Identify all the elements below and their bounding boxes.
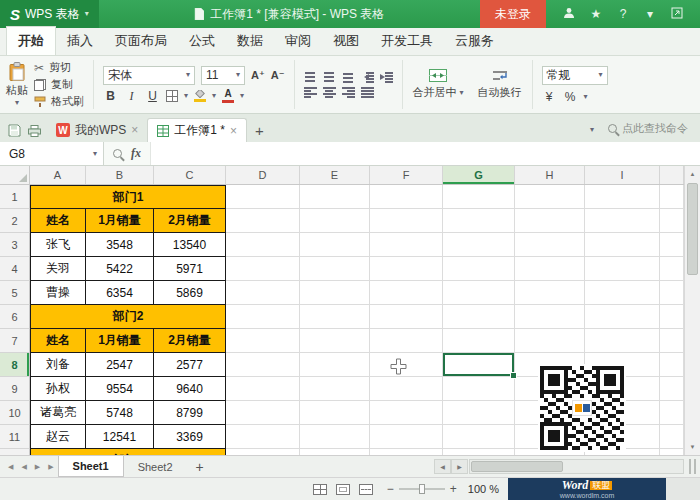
cell-G4[interactable] <box>443 257 515 281</box>
zoom-slider[interactable] <box>399 488 445 490</box>
chevron-down-icon[interactable]: ▾ <box>184 92 188 100</box>
row-header-7[interactable]: 7 <box>0 329 30 353</box>
horizontal-scroll-thumb[interactable] <box>471 461 563 472</box>
cell-E2[interactable] <box>300 209 370 233</box>
column-header-F[interactable]: F <box>370 166 443 184</box>
cell-G11[interactable] <box>443 425 515 449</box>
zoom-in-button[interactable]: + <box>445 482 462 496</box>
cell-D2[interactable] <box>226 209 300 233</box>
cell-B10[interactable]: 5748 <box>86 401 154 425</box>
cell-I2[interactable] <box>585 209 660 233</box>
menu-tab-review[interactable]: 审阅 <box>274 27 322 55</box>
cell-C5[interactable]: 5869 <box>154 281 226 305</box>
zoom-out-button[interactable]: − <box>382 482 399 496</box>
cell-C8[interactable]: 2577 <box>154 353 226 377</box>
cell-C4[interactable]: 5971 <box>154 257 226 281</box>
login-button[interactable]: 未登录 <box>480 0 546 28</box>
menu-tab-cloud[interactable]: 云服务 <box>444 27 505 55</box>
cell-G1[interactable] <box>443 185 515 209</box>
vertical-scroll-track[interactable] <box>685 182 700 439</box>
align-bottom-icon[interactable] <box>342 72 355 83</box>
document-tab-workbook1[interactable]: 工作簿1 * × <box>147 118 247 142</box>
increase-font-size-button[interactable]: A⁺ <box>251 69 265 82</box>
print-icon[interactable] <box>28 125 41 137</box>
menu-tab-page-layout[interactable]: 页面布局 <box>104 27 178 55</box>
cell-E10[interactable] <box>300 401 370 425</box>
decrease-font-size-button[interactable]: A⁻ <box>271 69 285 82</box>
cell-C2[interactable]: 2月销量 <box>154 209 226 233</box>
align-middle-icon[interactable] <box>323 72 336 83</box>
cell-C7[interactable]: 2月销量 <box>154 329 226 353</box>
app-menu-button[interactable]: S WPS 表格 ▾ <box>0 0 99 28</box>
font-size-select[interactable]: 11▾ <box>201 66 245 85</box>
cell-E6[interactable] <box>300 305 370 329</box>
cell-F5[interactable] <box>370 281 443 305</box>
new-document-tab-button[interactable]: + <box>247 122 272 142</box>
menu-tab-data[interactable]: 数据 <box>226 27 274 55</box>
cell-A2[interactable]: 姓名 <box>30 209 86 233</box>
paste-button[interactable]: 粘贴 ▾ <box>6 62 28 107</box>
cell-D12[interactable] <box>226 449 300 455</box>
cell-I5[interactable] <box>585 281 660 305</box>
cell-x2[interactable] <box>660 209 684 233</box>
chevron-down-icon[interactable]: ▾ <box>212 92 216 100</box>
cell-I3[interactable] <box>585 233 660 257</box>
page-break-view-icon[interactable] <box>359 484 373 495</box>
wrap-text-button[interactable]: 自动换行 <box>471 56 529 113</box>
sheet-tab-sheet1[interactable]: Sheet1 <box>58 456 124 477</box>
cell-I1[interactable] <box>585 185 660 209</box>
cell-x12[interactable] <box>660 449 684 455</box>
cell-D5[interactable] <box>226 281 300 305</box>
chevron-down-icon[interactable]: ▾ <box>643 8 657 20</box>
justify-icon[interactable] <box>361 87 374 98</box>
cell-x10[interactable] <box>660 401 684 425</box>
cell-G9[interactable] <box>443 377 515 401</box>
cell-A4[interactable]: 关羽 <box>30 257 86 281</box>
row-header-8[interactable]: 8 <box>0 353 30 377</box>
cell-B3[interactable]: 3548 <box>86 233 154 257</box>
chevron-down-icon[interactable]: ▾ <box>240 92 244 100</box>
cell-F11[interactable] <box>370 425 443 449</box>
cell-x3[interactable] <box>660 233 684 257</box>
formula-input[interactable] <box>151 142 700 165</box>
search-icon[interactable] <box>113 149 122 158</box>
chevron-down-icon[interactable]: ▾ <box>584 93 588 101</box>
menu-tab-formulas[interactable]: 公式 <box>178 27 226 55</box>
cell-H6[interactable] <box>515 305 585 329</box>
cell-G10[interactable] <box>443 401 515 425</box>
menu-tab-dev-tools[interactable]: 开发工具 <box>370 27 444 55</box>
cell-G5[interactable] <box>443 281 515 305</box>
cell-C9[interactable]: 9640 <box>154 377 226 401</box>
copy-button[interactable]: 复制 <box>34 77 84 92</box>
column-header-D[interactable]: D <box>226 166 300 184</box>
cell-A12[interactable]: 部门3 <box>30 449 226 455</box>
borders-icon[interactable] <box>166 90 178 102</box>
row-header-6[interactable]: 6 <box>0 305 30 329</box>
fill-color-button[interactable] <box>194 90 206 102</box>
close-tab-icon[interactable]: × <box>230 125 237 137</box>
column-header-B[interactable]: B <box>86 166 154 184</box>
menu-tab-view[interactable]: 视图 <box>322 27 370 55</box>
cell-D3[interactable] <box>226 233 300 257</box>
chevron-down-icon[interactable]: ▾ <box>584 126 600 142</box>
cell-x8[interactable] <box>660 353 684 377</box>
column-header-C[interactable]: C <box>154 166 226 184</box>
cell-x7[interactable] <box>660 329 684 353</box>
cell-H5[interactable] <box>515 281 585 305</box>
user-icon[interactable] <box>562 7 576 21</box>
column-header-G[interactable]: G <box>443 166 515 184</box>
cell-F8[interactable] <box>370 353 443 377</box>
next-sheet-arrow-icon[interactable]: ▶ <box>31 463 44 471</box>
font-name-select[interactable]: 宋体▾ <box>103 66 195 85</box>
help-icon[interactable]: ? <box>616 8 630 20</box>
cell-D7[interactable] <box>226 329 300 353</box>
document-tab-my-wps[interactable]: W 我的WPS × <box>47 118 147 142</box>
cell-G8[interactable] <box>443 353 515 377</box>
cell-x5[interactable] <box>660 281 684 305</box>
vertical-scrollbar[interactable]: ▲ ▼ <box>684 166 700 455</box>
cell-E11[interactable] <box>300 425 370 449</box>
cell-C3[interactable]: 13540 <box>154 233 226 257</box>
scroll-down-arrow-icon[interactable]: ▼ <box>685 439 700 455</box>
cell-H2[interactable] <box>515 209 585 233</box>
cell-I6[interactable] <box>585 305 660 329</box>
